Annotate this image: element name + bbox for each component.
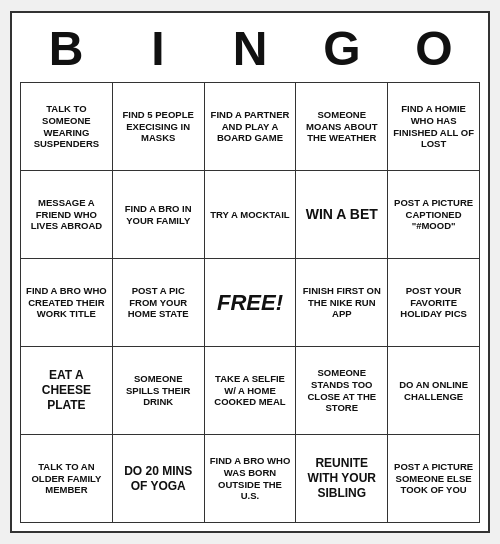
- bingo-cell-11: POST A PIC FROM YOUR HOME STATE: [113, 259, 205, 347]
- bingo-cell-6: FIND A BRO IN YOUR FAMILY: [113, 171, 205, 259]
- bingo-cell-22: FIND A BRO WHO WAS BORN OUTSIDE THE U.S.: [205, 435, 297, 523]
- bingo-cell-1: FIND 5 PEOPLE EXECISING IN MASKS: [113, 83, 205, 171]
- bingo-cell-8: WIN A BET: [296, 171, 388, 259]
- bingo-cell-4: FIND A homie WHO HAS FINISHED ALL OF LOS…: [388, 83, 480, 171]
- bingo-cell-3: SOMEONE MOANS ABOUT THE WEATHER: [296, 83, 388, 171]
- bingo-cell-13: FINISH FIRST ON THE NIKE RUN APP: [296, 259, 388, 347]
- bingo-cell-10: FIND A BRO WHO CREATED THEIR WORK TITLE: [21, 259, 113, 347]
- bingo-cell-12: Free!: [205, 259, 297, 347]
- bingo-cell-7: TRY A MOCKTAIL: [205, 171, 297, 259]
- bingo-cell-23: REUNITE WITH YOUR SIBLING: [296, 435, 388, 523]
- bingo-cell-5: MESSAGE A FRIEND WHO LIVES ABROAD: [21, 171, 113, 259]
- bingo-cell-9: POST A PICTURE CAPTIONED "#MOOD": [388, 171, 480, 259]
- bingo-title: BINGO: [20, 21, 480, 76]
- bingo-cell-15: EAT A CHEESE PLATE: [21, 347, 113, 435]
- bingo-letter-o: O: [390, 21, 478, 76]
- bingo-cell-21: Do 20 mins of Yoga: [113, 435, 205, 523]
- bingo-cell-14: POST YOUR FAVORITE HOLIDAY PICS: [388, 259, 480, 347]
- bingo-cell-24: Post a picture someone else took of you: [388, 435, 480, 523]
- bingo-letter-g: G: [298, 21, 386, 76]
- bingo-cell-0: TALK TO SOMEONE WEARING SUSPENDERS: [21, 83, 113, 171]
- bingo-grid: TALK TO SOMEONE WEARING SUSPENDERSFIND 5…: [20, 82, 480, 523]
- bingo-letter-b: B: [22, 21, 110, 76]
- bingo-letter-i: I: [114, 21, 202, 76]
- bingo-cell-18: SOMEONE STANDS TOO CLOSE AT THE STORE: [296, 347, 388, 435]
- bingo-cell-20: TALK TO AN Older Family Member: [21, 435, 113, 523]
- bingo-letter-n: N: [206, 21, 294, 76]
- bingo-cell-19: DO AN ONLINE CHALLENGE: [388, 347, 480, 435]
- bingo-cell-2: FIND A PARTNER AND PLAY A BOARD GAME: [205, 83, 297, 171]
- bingo-card: BINGO TALK TO SOMEONE WEARING SUSPENDERS…: [10, 11, 490, 533]
- bingo-cell-16: SOMEONE SPILLS THEIR DRINK: [113, 347, 205, 435]
- bingo-cell-17: TAKE A SELFIE W/ A HOME COOKED MEAL: [205, 347, 297, 435]
